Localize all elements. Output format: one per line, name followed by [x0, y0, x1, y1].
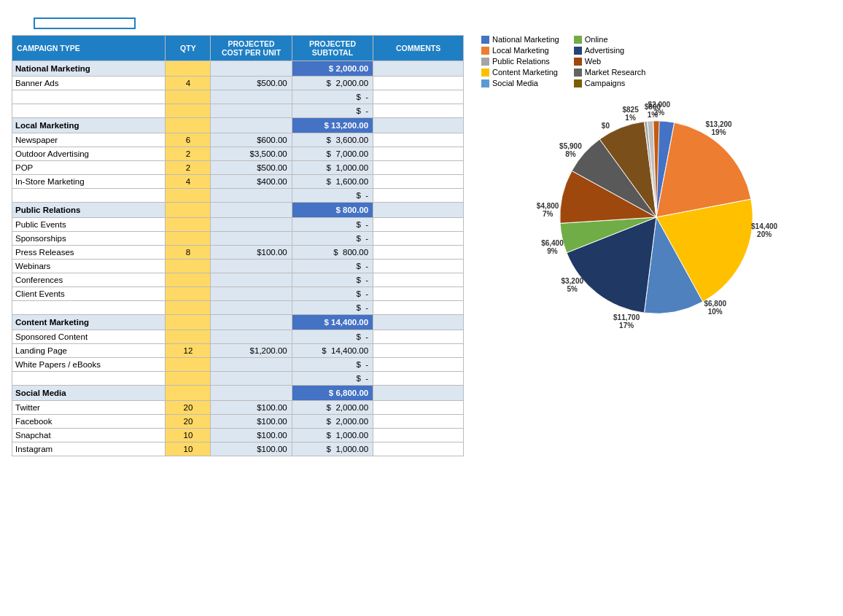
row-subtotal: $ -: [292, 372, 373, 386]
row-campaign-name: [12, 372, 166, 386]
row-subtotal: $ -: [292, 273, 373, 287]
row-campaign-name: Conferences: [12, 273, 166, 287]
row-subtotal: $ -: [292, 330, 373, 344]
legend-label: Public Relations: [492, 57, 550, 66]
row-qty: [166, 104, 211, 118]
row-subtotal: $ -: [292, 260, 373, 273]
table-row: Press Releases 8 $100.00 $ 800.00: [12, 246, 464, 260]
header-campaign-type: CAMPAIGN TYPE: [12, 36, 166, 61]
row-comments: [373, 273, 464, 287]
category-qty: [166, 386, 211, 401]
table-section: CAMPAIGN TYPE QTY PROJECTEDCOST PER UNIT…: [12, 35, 464, 456]
table-row: Instagram 10 $100.00 $ 1,000.00: [12, 442, 464, 456]
table-row: Webinars $ -: [12, 260, 464, 273]
chart-legend: National MarketingLocal MarketingPublic …: [481, 35, 831, 87]
row-subtotal: $ 7,000.00: [292, 147, 373, 161]
row-subtotal: $ 1,000.00: [292, 161, 373, 175]
category-qty: [166, 315, 211, 330]
row-cost: [211, 273, 292, 287]
table-row: $ -: [12, 301, 464, 315]
row-subtotal: $ 3,600.00: [292, 133, 373, 147]
row-qty: [166, 189, 211, 203]
category-comments: [373, 203, 464, 218]
table-row: Banner Ads 4 $500.00 $ 2,000.00: [12, 77, 464, 90]
row-cost: [211, 358, 292, 372]
legend-label: Social Media: [492, 79, 538, 87]
category-name: Local Marketing: [12, 118, 166, 133]
legend-swatch: [481, 58, 489, 66]
table-row: In-Store Marketing 4 $400.00 $ 1,600.00: [12, 175, 464, 189]
category-comments: [373, 61, 464, 77]
row-subtotal: $ 1,000.00: [292, 429, 373, 442]
legend-label: Advertising: [585, 46, 624, 55]
table-row: $ -: [12, 104, 464, 118]
row-campaign-name: Facebook: [12, 415, 166, 429]
legend-item: Public Relations: [481, 57, 559, 66]
category-cost: [211, 315, 292, 330]
row-comments: [373, 287, 464, 301]
row-comments: [373, 344, 464, 358]
row-campaign-name: [12, 104, 166, 118]
row-campaign-name: Instagram: [12, 442, 166, 456]
header-qty: QTY: [166, 36, 211, 61]
table-row: $ -: [12, 372, 464, 386]
row-comments: [373, 77, 464, 90]
row-subtotal: $ 1,600.00: [292, 175, 373, 189]
legend-label: Online: [585, 35, 608, 44]
chart-section: National MarketingLocal MarketingPublic …: [475, 35, 831, 456]
row-campaign-name: Public Events: [12, 218, 166, 232]
row-campaign-name: Landing Page: [12, 344, 166, 358]
pie-chart: [532, 93, 780, 341]
row-subtotal: $ -: [292, 287, 373, 301]
row-subtotal: $ 2,000.00: [292, 401, 373, 415]
row-qty: [166, 218, 211, 232]
legend-label: Campaigns: [585, 79, 626, 87]
legend-swatch: [481, 69, 489, 77]
row-subtotal: $ -: [292, 232, 373, 246]
legend-label: Local Marketing: [492, 46, 549, 55]
table-row: Sponsored Content $ -: [12, 330, 464, 344]
row-subtotal: $ 800.00: [292, 246, 373, 260]
category-subtotal: $ 2,000.00: [292, 61, 373, 77]
row-qty: [166, 372, 211, 386]
category-name: National Marketing: [12, 61, 166, 77]
row-qty: [166, 90, 211, 104]
row-qty: 12: [166, 344, 211, 358]
row-subtotal: $ -: [292, 90, 373, 104]
row-comments: [373, 372, 464, 386]
row-comments: [373, 175, 464, 189]
row-qty: 20: [166, 401, 211, 415]
legend-swatch: [574, 58, 582, 66]
media-plan-table: CAMPAIGN TYPE QTY PROJECTEDCOST PER UNIT…: [12, 35, 464, 456]
row-cost: $100.00: [211, 246, 292, 260]
row-qty: [166, 287, 211, 301]
row-campaign-name: Outdoor Advertising: [12, 147, 166, 161]
row-comments: [373, 246, 464, 260]
header-subtotal: PROJECTEDSUBTOTAL: [292, 36, 373, 61]
category-cost: [211, 118, 292, 133]
row-campaign-name: Webinars: [12, 260, 166, 273]
row-cost: [211, 260, 292, 273]
category-cost: [211, 386, 292, 401]
legend-swatch: [481, 36, 489, 44]
row-subtotal: $ -: [292, 301, 373, 315]
table-row: Conferences $ -: [12, 273, 464, 287]
row-cost: $1,200.00: [211, 344, 292, 358]
top-section: [12, 15, 831, 29]
row-comments: [373, 358, 464, 372]
row-campaign-name: Client Events: [12, 287, 166, 301]
projected-subtotal-value: [34, 17, 136, 29]
category-cost: [211, 61, 292, 77]
table-row: Outdoor Advertising 2 $3,500.00 $ 7,000.…: [12, 147, 464, 161]
row-campaign-name: In-Store Marketing: [12, 175, 166, 189]
category-subtotal: $ 13,200.00: [292, 118, 373, 133]
category-qty: [166, 61, 211, 77]
category-comments: [373, 118, 464, 133]
row-cost: $500.00: [211, 77, 292, 90]
main-content: CAMPAIGN TYPE QTY PROJECTEDCOST PER UNIT…: [12, 35, 831, 456]
row-cost: [211, 330, 292, 344]
legend-item: Campaigns: [574, 79, 646, 87]
row-qty: [166, 260, 211, 273]
legend-item: Social Media: [481, 79, 559, 87]
row-comments: [373, 415, 464, 429]
